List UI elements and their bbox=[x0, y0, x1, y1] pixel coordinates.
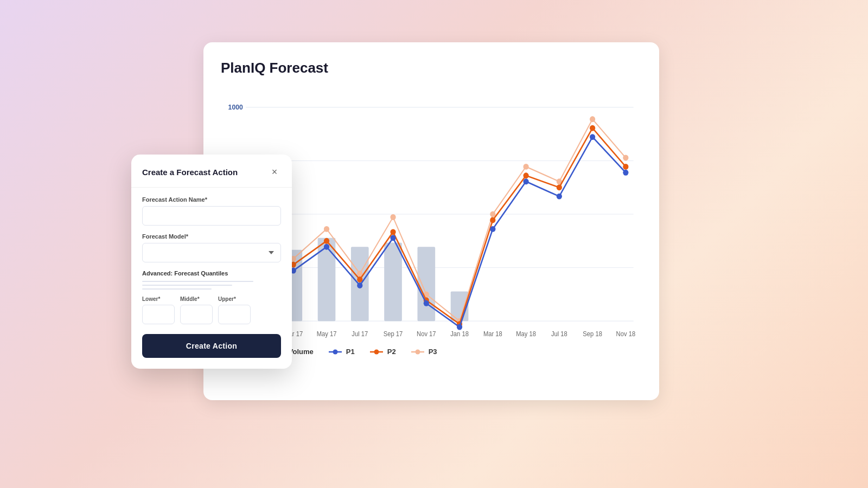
modal-title: Create a Forecast Action bbox=[142, 168, 238, 177]
create-action-button[interactable]: Create Action bbox=[142, 334, 281, 358]
svg-text:Nov 18: Nov 18 bbox=[616, 330, 636, 337]
svg-point-42 bbox=[390, 235, 395, 241]
svg-text:Sep 17: Sep 17 bbox=[384, 330, 403, 337]
legend-p3-icon bbox=[411, 348, 424, 356]
legend-p1-label: P1 bbox=[346, 348, 355, 356]
svg-point-47 bbox=[557, 194, 562, 200]
create-forecast-modal: Create a Forecast Action × Forecast Acti… bbox=[131, 155, 292, 369]
legend-p2-icon bbox=[370, 348, 383, 356]
lower-label: Lower* bbox=[142, 296, 175, 302]
placeholder-line-1 bbox=[142, 281, 253, 282]
svg-text:Jan 18: Jan 18 bbox=[450, 330, 469, 337]
forecast-model-select[interactable] bbox=[142, 243, 281, 262]
svg-point-22 bbox=[523, 164, 528, 170]
svg-point-67 bbox=[415, 349, 420, 354]
svg-point-18 bbox=[390, 214, 395, 220]
svg-point-33 bbox=[490, 217, 495, 223]
middle-input[interactable] bbox=[180, 305, 213, 324]
upper-group: Upper* bbox=[218, 296, 251, 324]
placeholder-line-3 bbox=[142, 288, 212, 290]
upper-input[interactable] bbox=[218, 305, 251, 324]
svg-text:1000: 1000 bbox=[228, 104, 243, 111]
close-button[interactable]: × bbox=[268, 165, 281, 178]
svg-text:Sep 18: Sep 18 bbox=[583, 330, 602, 337]
svg-text:Jul 17: Jul 17 bbox=[352, 330, 368, 337]
svg-rect-12 bbox=[417, 247, 435, 321]
legend-p1: P1 bbox=[329, 348, 355, 356]
svg-point-36 bbox=[590, 125, 595, 131]
svg-point-24 bbox=[590, 116, 595, 122]
svg-point-37 bbox=[623, 164, 628, 170]
svg-point-49 bbox=[623, 170, 628, 176]
modal-header: Create a Forecast Action × bbox=[131, 155, 292, 188]
svg-point-41 bbox=[357, 282, 362, 288]
action-name-label: Forecast Action Name* bbox=[142, 196, 281, 203]
modal-body: Forecast Action Name* Forecast Model* Ad… bbox=[131, 188, 292, 369]
svg-point-16 bbox=[324, 226, 329, 232]
svg-point-21 bbox=[490, 211, 495, 217]
action-name-input[interactable] bbox=[142, 206, 281, 226]
svg-point-40 bbox=[324, 244, 329, 250]
advanced-lines bbox=[142, 281, 281, 290]
svg-point-45 bbox=[490, 226, 495, 232]
svg-point-48 bbox=[590, 134, 595, 140]
svg-point-28 bbox=[324, 238, 329, 244]
svg-text:May 18: May 18 bbox=[516, 330, 536, 337]
forecast-model-group: Forecast Model* bbox=[142, 233, 281, 262]
svg-text:Mar 18: Mar 18 bbox=[483, 330, 502, 337]
svg-point-46 bbox=[523, 178, 528, 184]
lower-input[interactable] bbox=[142, 305, 175, 324]
legend-p3-label: P3 bbox=[429, 348, 437, 356]
legend-p3: P3 bbox=[411, 348, 437, 356]
middle-group: Middle* bbox=[180, 296, 213, 324]
svg-point-34 bbox=[523, 172, 528, 178]
action-name-group: Forecast Action Name* bbox=[142, 196, 281, 226]
svg-point-65 bbox=[374, 349, 379, 354]
middle-label: Middle* bbox=[180, 296, 213, 302]
advanced-section: Advanced: Forecast Quantiles Lower* Midd… bbox=[142, 270, 281, 324]
quantile-row: Lower* Middle* Upper* bbox=[142, 296, 281, 324]
legend-p2-label: P2 bbox=[387, 348, 396, 356]
upper-label: Upper* bbox=[218, 296, 251, 302]
svg-text:May 17: May 17 bbox=[317, 330, 337, 337]
advanced-label: Advanced: Forecast Quantiles bbox=[142, 270, 281, 277]
svg-point-63 bbox=[333, 349, 337, 354]
chart-title: PlanIQ Forecast bbox=[221, 60, 642, 76]
svg-rect-11 bbox=[384, 243, 402, 322]
placeholder-line-2 bbox=[142, 285, 232, 286]
svg-point-43 bbox=[424, 300, 429, 306]
svg-point-30 bbox=[390, 229, 395, 235]
svg-point-35 bbox=[557, 184, 562, 190]
legend-p2: P2 bbox=[370, 348, 396, 356]
legend-p1-icon bbox=[329, 348, 342, 356]
svg-point-25 bbox=[623, 155, 628, 160]
svg-text:Jul 18: Jul 18 bbox=[551, 330, 567, 337]
svg-text:Nov 17: Nov 17 bbox=[417, 330, 436, 337]
svg-point-44 bbox=[457, 324, 462, 330]
forecast-model-label: Forecast Model* bbox=[142, 233, 281, 240]
lower-group: Lower* bbox=[142, 296, 175, 324]
